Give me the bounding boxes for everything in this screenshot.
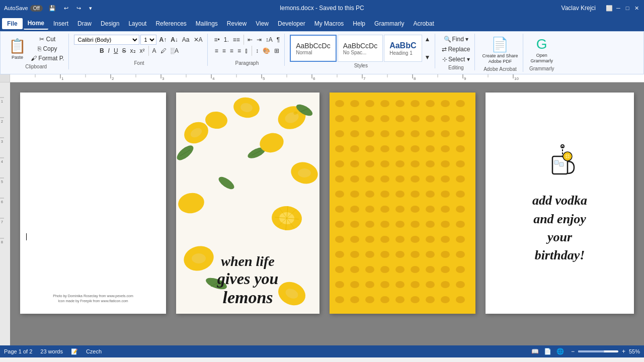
style-h1-label: Heading 1: [389, 50, 413, 56]
status-left: Page 1 of 2 23 words 📝 Czech: [4, 348, 102, 355]
svg-point-131: [411, 175, 420, 183]
minimize-button[interactable]: ─: [615, 5, 622, 12]
font-shrink-button[interactable]: A↓: [169, 35, 180, 44]
svg-point-186: [426, 266, 435, 273]
menu-help[interactable]: Help: [349, 18, 369, 29]
subscript-button[interactable]: x₂: [129, 46, 137, 55]
italic-button[interactable]: I: [107, 46, 111, 55]
bold-button[interactable]: B: [98, 46, 106, 55]
cut-button[interactable]: ✂ Cut: [29, 35, 65, 44]
open-grammarly-button[interactable]: G Open Grammarly: [528, 35, 555, 65]
find-button[interactable]: 🔍 Find ▾: [442, 35, 470, 44]
svg-text:6: 6: [313, 76, 315, 81]
svg-point-176: [411, 251, 420, 258]
style-normal[interactable]: AaBbCcDc Normal: [290, 35, 336, 62]
svg-point-109: [350, 145, 359, 152]
font-size-dropdown[interactable]: 11: [140, 35, 156, 45]
align-center-button[interactable]: ≡: [221, 46, 227, 55]
svg-text:3: 3: [162, 76, 165, 81]
document-area[interactable]: Photo by Dominika Roseclay from www.pexe…: [10, 82, 644, 345]
svg-point-137: [365, 191, 374, 198]
superscript-button[interactable]: x²: [138, 46, 146, 55]
autosave-toggle[interactable]: Off: [30, 5, 43, 12]
page-1-blank: Photo by Dominika Roseclay from www.pexe…: [20, 93, 166, 314]
strikethrough-button[interactable]: S: [121, 46, 128, 55]
paste-button[interactable]: 📋 Paste: [7, 36, 28, 61]
increase-indent-button[interactable]: ⇥: [255, 35, 263, 44]
zoom-out-button[interactable]: −: [570, 347, 576, 356]
web-layout-button[interactable]: 🌐: [555, 347, 566, 356]
customize-qat-button[interactable]: ▾: [87, 4, 94, 13]
show-formatting-button[interactable]: ¶: [275, 35, 281, 44]
styles-scroll-down[interactable]: ▼: [423, 53, 432, 62]
menu-review[interactable]: Review: [223, 18, 251, 29]
create-share-pdf-button[interactable]: 📄 Create and Share Adobe PDF: [480, 35, 520, 65]
menu-draw[interactable]: Draw: [73, 18, 96, 29]
title-bar-right: Vaclav Krejci ⬜ ─ □ ✕: [561, 5, 640, 12]
underline-button[interactable]: U: [112, 46, 120, 55]
select-button[interactable]: ⊹ Select ▾: [441, 55, 471, 64]
clear-format-button[interactable]: ✕A: [192, 35, 204, 44]
numbering-button[interactable]: 1.: [222, 35, 230, 44]
undo-button[interactable]: ↩: [62, 4, 70, 13]
menu-developer[interactable]: Developer: [274, 18, 309, 29]
maximize-button[interactable]: □: [624, 5, 631, 12]
menu-acrobat[interactable]: Acrobat: [409, 18, 438, 29]
shading-para-button[interactable]: 🎨: [261, 46, 272, 55]
save-icon: 💾: [49, 5, 56, 12]
svg-point-161: [456, 221, 465, 228]
left-ruler-svg: 1 2 3 4 5 6 7 8: [0, 82, 10, 345]
menu-grammarly[interactable]: Grammarly: [370, 18, 408, 29]
zoom-in-button[interactable]: +: [620, 347, 627, 356]
line-spacing-button[interactable]: ↕: [254, 46, 260, 55]
multilevel-list-button[interactable]: ≡≡: [231, 35, 242, 44]
menu-home[interactable]: Home: [24, 18, 48, 30]
font-grow-button[interactable]: A↑: [157, 35, 168, 44]
replace-button[interactable]: ⇄ Replace: [440, 45, 471, 54]
menu-mailings[interactable]: Mailings: [192, 18, 222, 29]
redo-button[interactable]: ↪: [74, 4, 83, 13]
menu-layout[interactable]: Layout: [124, 18, 150, 29]
borders-button[interactable]: ⊞: [273, 46, 281, 55]
svg-point-115: [441, 145, 450, 152]
change-case-button[interactable]: Aa: [181, 35, 191, 44]
menu-insert[interactable]: Insert: [49, 18, 72, 29]
format-painter-button[interactable]: 🖌 Format P.: [29, 54, 65, 63]
menu-view[interactable]: View: [252, 18, 273, 29]
svg-point-150: [426, 206, 435, 213]
svg-point-87: [426, 100, 435, 107]
page-content-blank[interactable]: Photo by Dominika Roseclay from www.pexe…: [20, 93, 166, 314]
read-mode-button[interactable]: 📖: [530, 347, 540, 356]
menu-my-macros[interactable]: My Macros: [310, 18, 348, 29]
print-layout-button[interactable]: 📄: [542, 347, 553, 356]
bullets-button[interactable]: ≡•: [213, 35, 221, 44]
editing-label: Editing: [448, 64, 464, 70]
save-button[interactable]: 💾: [47, 4, 58, 13]
highlight-button[interactable]: 🖊: [159, 46, 168, 55]
zoom-control: − + 55%: [570, 347, 640, 356]
shading-button[interactable]: ░A: [169, 46, 181, 55]
decrease-indent-button[interactable]: ⇤: [246, 35, 254, 44]
sort-button[interactable]: ↕A: [264, 35, 274, 44]
menu-file[interactable]: File: [2, 18, 23, 29]
align-left-button[interactable]: ≡: [213, 46, 220, 55]
styles-scroll-up[interactable]: ▲: [423, 35, 432, 44]
svg-text:1: 1: [1, 100, 3, 103]
columns-button[interactable]: ⫿: [244, 46, 250, 55]
style-heading1[interactable]: AaBbC Heading 1: [384, 35, 422, 62]
align-right-button[interactable]: ≡: [228, 46, 235, 55]
font-name-dropdown[interactable]: Calibri (Body): [74, 35, 139, 45]
menu-design[interactable]: Design: [97, 18, 123, 29]
close-button[interactable]: ✕: [633, 5, 640, 12]
style-no-spacing[interactable]: AaBbCcDc No Spac...: [338, 35, 383, 62]
copy-button[interactable]: ⎘ Copy: [29, 44, 65, 53]
autosave-control[interactable]: AutoSave Off: [4, 5, 43, 12]
title-bar: AutoSave Off 💾 ↩ ↪ ▾ lemons.docx - Saved…: [0, 0, 644, 16]
justify-button[interactable]: ≡: [236, 46, 243, 55]
font-color-button[interactable]: A: [151, 46, 158, 55]
status-right: 📖 📄 🌐 − + 55%: [530, 347, 640, 356]
ribbon-display-button[interactable]: ⬜: [606, 5, 613, 12]
zoom-slider[interactable]: [578, 350, 618, 352]
menu-references[interactable]: References: [151, 18, 190, 29]
svg-text:5: 5: [263, 76, 265, 81]
